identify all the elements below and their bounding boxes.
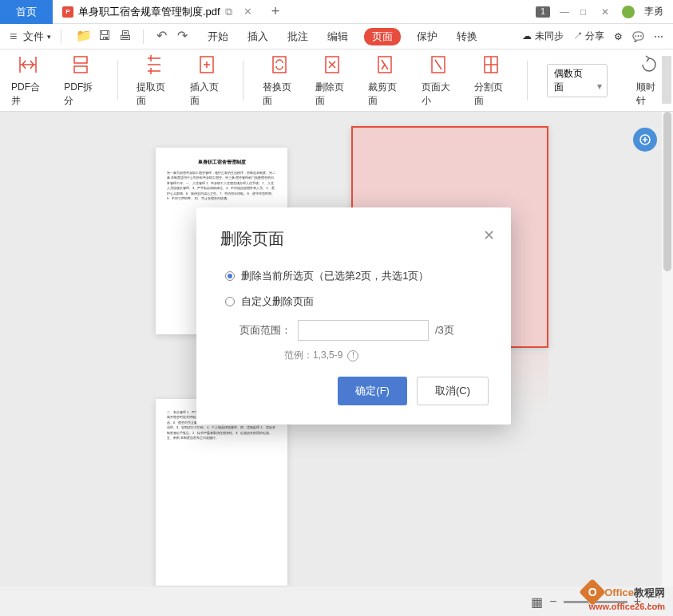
ok-button[interactable]: 确定(F) bbox=[338, 377, 407, 405]
svg-rect-1 bbox=[273, 57, 286, 73]
tab-edit[interactable]: 编辑 bbox=[324, 28, 351, 45]
vertical-scrollbar[interactable] bbox=[662, 112, 673, 586]
rotate-button[interactable]: 顺时针 bbox=[636, 53, 662, 108]
share-button[interactable]: ↗ 分享 bbox=[573, 30, 604, 43]
option-custom-delete[interactable]: 自定义删除页面 bbox=[225, 294, 487, 309]
tab-page[interactable]: 页面 bbox=[364, 28, 401, 45]
titlebar: 首页 P 单身职工宿舍规章管理制度.pdf ⧉ ✕ + 1 — □ ✕ 李勇 bbox=[0, 0, 673, 24]
extract-icon bbox=[143, 53, 165, 76]
rotate-cw-icon bbox=[638, 53, 660, 76]
crop-icon bbox=[374, 53, 396, 76]
page1-title: 单身职工宿舍管理制度 bbox=[167, 159, 276, 166]
range-label: 页面范围： bbox=[240, 323, 291, 338]
page-size-button[interactable]: 页面大小 bbox=[422, 53, 455, 108]
redo-icon[interactable]: ↷ bbox=[176, 30, 188, 42]
tab-start[interactable]: 开始 bbox=[204, 28, 232, 45]
menu-icon[interactable]: ≡ bbox=[10, 30, 17, 44]
dialog-title: 删除页面 bbox=[220, 228, 487, 250]
save-icon[interactable]: 🖫 bbox=[98, 30, 111, 42]
feedback-icon[interactable]: 💬 bbox=[632, 31, 644, 42]
close-window-icon[interactable]: ✕ bbox=[601, 6, 612, 18]
split-page-button[interactable]: 分割页面 bbox=[474, 53, 508, 108]
cancel-button[interactable]: 取消(C) bbox=[417, 377, 489, 405]
add-tab-button[interactable]: + bbox=[262, 3, 290, 20]
dialog-close-icon[interactable]: ✕ bbox=[483, 227, 495, 244]
replace-icon bbox=[268, 53, 291, 76]
radio-unchecked-icon bbox=[225, 297, 235, 306]
merge-icon bbox=[17, 53, 39, 76]
scrollbar-thumb[interactable] bbox=[663, 112, 671, 271]
print-icon[interactable]: 🖶 bbox=[119, 30, 132, 42]
zoom-out-button[interactable]: − bbox=[549, 594, 556, 609]
page-range-input[interactable] bbox=[298, 320, 429, 341]
open-icon[interactable]: 📁 bbox=[77, 30, 90, 42]
size-icon bbox=[427, 53, 449, 76]
user-name[interactable]: 李勇 bbox=[644, 5, 663, 18]
float-action-button[interactable] bbox=[633, 128, 657, 152]
delete-page-dialog: 删除页面 ✕ 删除当前所选页（已选第2页，共选1页） 自定义删除页面 页面范围：… bbox=[196, 207, 511, 424]
document-tab[interactable]: P 单身职工宿舍规章管理制度.pdf ⧉ ✕ bbox=[53, 0, 262, 24]
tab-annotate[interactable]: 批注 bbox=[284, 28, 311, 45]
undo-icon[interactable]: ↶ bbox=[155, 30, 168, 42]
radio-checked-icon bbox=[225, 271, 235, 281]
file-menu[interactable]: 文件▾ bbox=[23, 30, 51, 44]
maximize-icon[interactable]: □ bbox=[580, 6, 592, 18]
info-icon[interactable]: ! bbox=[347, 350, 358, 361]
close-tab-icon[interactable]: ✕ bbox=[243, 6, 252, 18]
crop-page-button[interactable]: 裁剪页面 bbox=[368, 53, 402, 108]
delete-page-button[interactable]: 删除页面 bbox=[315, 53, 349, 108]
replace-page-button[interactable]: 替换页面 bbox=[263, 53, 296, 108]
more-icon[interactable]: ⋯ bbox=[654, 31, 663, 42]
view-mode-icon[interactable]: ▦ bbox=[531, 594, 543, 610]
user-avatar[interactable] bbox=[622, 6, 635, 18]
document-name: 单身职工宿舍规章管理制度.pdf bbox=[78, 5, 220, 19]
tab-window-icon[interactable]: ⧉ bbox=[225, 6, 232, 18]
tab-convert[interactable]: 转换 bbox=[453, 28, 481, 45]
tab-protect[interactable]: 保护 bbox=[414, 28, 441, 45]
statusbar: ▦ − + ⛶ bbox=[0, 587, 673, 616]
total-pages-label: /3页 bbox=[435, 323, 454, 338]
toolbar-expand[interactable] bbox=[662, 56, 671, 104]
menubar: ≡ 文件▾ 📁 🖫 🖶 ↶ ↷ 开始 插入 批注 编辑 页面 保护 转换 ☁ 未… bbox=[0, 24, 673, 49]
toolbar: PDF合并 PDF拆分 提取页面 插入页面 替换页面 删除页面 裁剪页面 页面大… bbox=[0, 49, 673, 112]
example-text: 范例：1,3,5-9 bbox=[284, 349, 342, 362]
option-delete-selected[interactable]: 删除当前所选页（已选第2页，共选1页） bbox=[225, 269, 487, 283]
watermark: O Office教程网 www.office26.com bbox=[583, 582, 665, 611]
pdf-merge-button[interactable]: PDF合并 bbox=[11, 53, 45, 108]
settings-icon[interactable]: ⚙ bbox=[614, 31, 623, 42]
extract-page-button[interactable]: 提取页面 bbox=[137, 53, 170, 108]
insert-page-button[interactable]: 插入页面 bbox=[190, 53, 224, 108]
minimize-icon[interactable]: — bbox=[560, 6, 571, 18]
page-filter-select[interactable]: 偶数页面 bbox=[547, 64, 608, 97]
notification-badge[interactable]: 1 bbox=[536, 6, 550, 18]
delete-icon bbox=[321, 53, 343, 76]
divide-icon bbox=[480, 53, 502, 76]
tab-insert[interactable]: 插入 bbox=[244, 28, 271, 45]
pdf-icon: P bbox=[62, 6, 73, 18]
pdf-split-button[interactable]: PDF拆分 bbox=[64, 53, 97, 108]
split-icon bbox=[69, 53, 92, 76]
sync-status[interactable]: ☁ 未同步 bbox=[522, 30, 563, 43]
insert-icon bbox=[196, 53, 218, 76]
page-thumbnail-3[interactable]: 二、安全管理 1、严禁在宿舍内使用大功率电器。2、不得私拉乱接电线。3、离开宿舍… bbox=[156, 399, 287, 586]
home-tab[interactable]: 首页 bbox=[0, 0, 53, 24]
